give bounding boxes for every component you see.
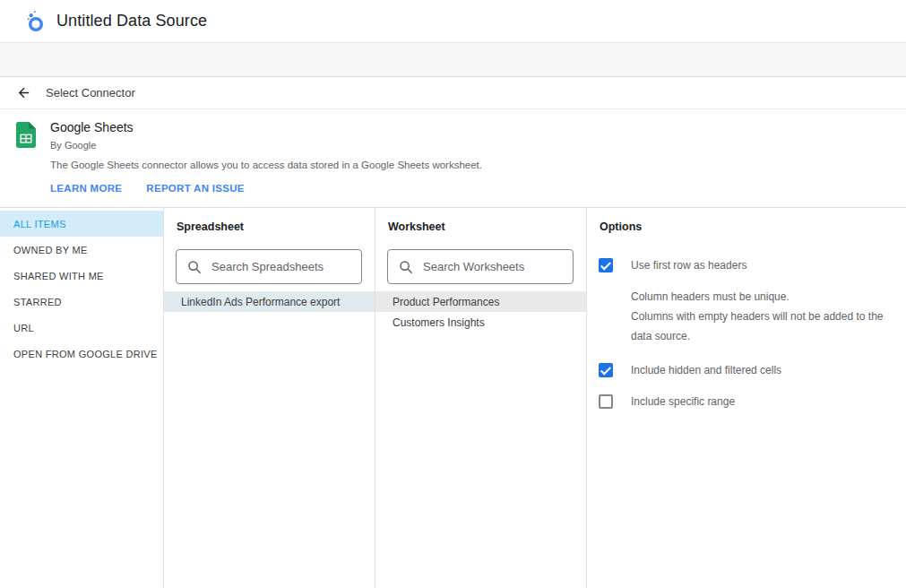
- sidebar-item-shared-with-me[interactable]: SHARED WITH ME: [0, 263, 163, 289]
- option-include-hidden[interactable]: Include hidden and filtered cells: [599, 363, 906, 377]
- app-header: Untitled Data Source: [0, 0, 906, 43]
- options-heading: Options: [587, 221, 906, 232]
- sidebar-item-url[interactable]: URL: [0, 315, 163, 341]
- option-use-first-row[interactable]: Use first row as headers: [599, 258, 906, 272]
- worksheet-search-box[interactable]: [387, 249, 574, 284]
- spreadsheet-item[interactable]: LinkedIn Ads Performance export: [164, 291, 375, 312]
- spreadsheet-list: LinkedIn Ads Performance export: [164, 291, 375, 312]
- sidebar-item-open-from-google-drive[interactable]: OPEN FROM GOOGLE DRIVE: [0, 341, 163, 367]
- data-source-title[interactable]: Untitled Data Source: [56, 12, 207, 30]
- helper-line: Column headers must be unique.: [631, 287, 906, 307]
- select-connector-bar: Select Connector: [0, 77, 906, 109]
- connector-links: LEARN MORE REPORT AN ISSUE: [50, 183, 245, 194]
- back-button[interactable]: [12, 82, 35, 105]
- sidebar-item-all-items[interactable]: ALL ITEMS: [0, 211, 163, 237]
- checkbox-label: Include specific range: [631, 395, 735, 408]
- toolbar-band: [0, 43, 906, 77]
- learn-more-link[interactable]: LEARN MORE: [50, 183, 122, 194]
- sidebar-item-owned-by-me[interactable]: OWNED BY ME: [0, 237, 163, 263]
- report-an-issue-link[interactable]: REPORT AN ISSUE: [146, 183, 245, 194]
- worksheet-item[interactable]: Customers Insights: [375, 312, 586, 333]
- worksheet-search-input[interactable]: [423, 260, 566, 273]
- search-icon: [187, 260, 202, 274]
- select-connector-label: Select Connector: [46, 86, 135, 99]
- main-area: ALL ITEMS OWNED BY ME SHARED WITH ME STA…: [0, 208, 906, 588]
- worksheet-panel: Worksheet Product Performances Customers…: [375, 208, 587, 588]
- search-icon: [399, 260, 413, 274]
- spreadsheet-search-box[interactable]: [176, 249, 362, 284]
- worksheet-item[interactable]: Product Performances: [375, 291, 586, 312]
- checkbox-label: Include hidden and filtered cells: [631, 364, 781, 376]
- arrow-left-icon: [16, 85, 31, 100]
- spreadsheet-heading: Spreadsheet: [164, 221, 375, 232]
- spreadsheet-search-input[interactable]: [211, 260, 355, 273]
- helper-line: Columns with empty headers will not be a…: [631, 307, 906, 346]
- option-include-range[interactable]: Include specific range: [599, 394, 906, 409]
- include-range-checkbox[interactable]: [599, 394, 613, 409]
- sidebar-item-starred[interactable]: STARRED: [0, 289, 163, 315]
- worksheet-heading: Worksheet: [375, 221, 586, 232]
- spreadsheet-panel: Spreadsheet LinkedIn Ads Performance exp…: [164, 208, 375, 588]
- connector-byline: By Google: [50, 140, 96, 151]
- connector-info-card: Google Sheets By Google The Google Sheet…: [0, 109, 906, 208]
- checkbox-label: Use first row as headers: [631, 259, 746, 272]
- worksheet-list: Product Performances Customers Insights: [375, 291, 586, 333]
- connector-description: The Google Sheets connector allows you t…: [50, 160, 482, 170]
- google-sheets-icon: [16, 122, 36, 148]
- looker-studio-icon: [25, 10, 45, 32]
- use-first-row-checkbox[interactable]: [599, 258, 613, 272]
- options-panel: Options Use first row as headers Column …: [587, 208, 906, 588]
- page: Untitled Data Source Select Connector Go…: [0, 0, 906, 588]
- option-helper-text: Column headers must be unique. Columns w…: [631, 287, 906, 346]
- include-hidden-checkbox[interactable]: [599, 363, 613, 377]
- sidebar-nav: ALL ITEMS OWNED BY ME SHARED WITH ME STA…: [0, 208, 164, 588]
- connector-name: Google Sheets: [50, 120, 134, 134]
